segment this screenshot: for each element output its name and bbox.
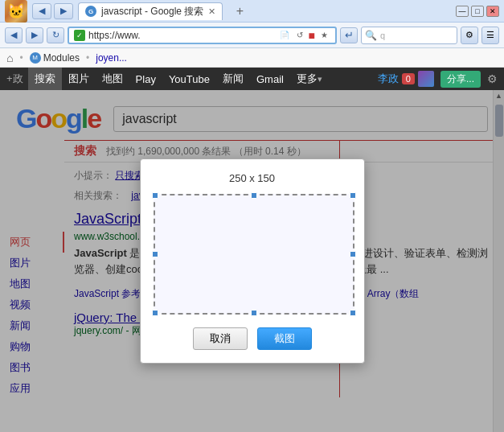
bookmark-modules[interactable]: M Modules: [30, 52, 80, 64]
address-icons: 📄 ↺ ■ ★: [278, 29, 330, 42]
google-toolbar: +政 搜索 图片 地图 Play YouTube 新闻 Gmail 更多 ▾ 李…: [0, 68, 504, 90]
user-area: 李政 0 分享... ⚙: [378, 71, 498, 88]
handle-bottom-left[interactable]: [152, 310, 158, 316]
address-bar: ◀ ▶ ↻ ✓ https://www. 📄 ↺ ■ ★ ↵ 🔍 q ⚙ ☰: [0, 23, 504, 48]
notification-count[interactable]: 0: [402, 73, 415, 84]
search-icon: 🔍: [365, 30, 377, 41]
modal-buttons: 取消 截图: [154, 327, 351, 350]
modal-overlay: 250 x 150 取消 截图: [0, 90, 504, 432]
username-label[interactable]: 李政: [378, 72, 399, 86]
reload-addr-button[interactable]: ↻: [47, 27, 64, 43]
separator2: •: [86, 52, 89, 64]
close-button[interactable]: ✕: [486, 6, 499, 17]
toolbar-images[interactable]: 图片: [62, 68, 96, 90]
star-icon[interactable]: ★: [318, 29, 330, 42]
nav-buttons: ◀ ▶: [32, 3, 73, 19]
handle-bottom-right[interactable]: [350, 310, 356, 316]
page-content: Google javascript 搜索 找到约 1,690,000,000 条…: [0, 90, 504, 432]
home-button[interactable]: ⌂: [6, 51, 13, 64]
settings-icon[interactable]: ⚙: [461, 27, 478, 44]
address-text: https://www.: [88, 30, 275, 41]
active-tab[interactable]: G javascript - Google 搜索 ✕: [78, 2, 223, 20]
new-tab-button[interactable]: +: [231, 2, 248, 20]
separator: •: [19, 52, 23, 64]
address-input[interactable]: ✓ https://www. 📄 ↺ ■ ★: [68, 27, 337, 44]
back-button[interactable]: ◀: [32, 3, 51, 19]
toolbar-maps[interactable]: 地图: [96, 68, 129, 90]
bookmark-joyen[interactable]: joyen...: [96, 52, 127, 64]
share-button[interactable]: 分享...: [440, 71, 481, 88]
toolbar-news[interactable]: 新闻: [216, 68, 250, 90]
tab-favicon: G: [85, 6, 96, 17]
google-add-button[interactable]: +政: [6, 72, 23, 86]
user-thumbnail: [418, 71, 434, 87]
tab-close-button[interactable]: ✕: [208, 6, 215, 17]
ssl-icon: ✓: [74, 30, 85, 41]
forward-button[interactable]: ▶: [54, 3, 73, 19]
cancel-button[interactable]: 取消: [193, 327, 248, 350]
forward-addr-button[interactable]: ▶: [26, 27, 43, 43]
toolbar-search[interactable]: 搜索: [28, 68, 62, 90]
bookmark-label: Modules: [43, 52, 80, 64]
bookmark-favicon: M: [30, 52, 41, 64]
toolbar-gmail[interactable]: Gmail: [250, 68, 290, 90]
toolbar-youtube[interactable]: YouTube: [162, 68, 216, 90]
modal-box: 250 x 150 取消 截图: [140, 158, 365, 364]
handle-top-right[interactable]: [350, 192, 356, 199]
screenshot-button[interactable]: 截图: [257, 327, 312, 350]
toolbar-play[interactable]: Play: [129, 68, 162, 90]
handle-top-left[interactable]: [152, 192, 158, 199]
tab-title: javascript - Google 搜索: [101, 5, 203, 19]
page-icon: 📄: [278, 29, 291, 42]
handle-top-middle[interactable]: [251, 192, 257, 199]
more-arrow: ▾: [318, 74, 322, 84]
maximize-button[interactable]: □: [471, 6, 484, 17]
window-controls: — □ ✕: [456, 6, 499, 17]
menu-icon[interactable]: ☰: [481, 27, 499, 44]
selection-box[interactable]: [154, 194, 354, 315]
handle-middle-right[interactable]: [350, 251, 356, 257]
bookmarks-bar: ⌂ • M Modules • joyen...: [0, 48, 504, 68]
toolbar-more[interactable]: 更多 ▾: [290, 68, 329, 90]
modal-size-label: 250 x 150: [154, 172, 351, 184]
go-button[interactable]: ↵: [340, 27, 358, 43]
stop-icon: ■: [309, 29, 315, 42]
handle-bottom-middle[interactable]: [251, 310, 257, 316]
search-placeholder: q: [380, 31, 385, 40]
refresh-icon[interactable]: ↺: [293, 29, 306, 42]
handle-middle-left[interactable]: [152, 251, 158, 257]
browser-icon: 🐱: [5, 0, 27, 23]
minimize-button[interactable]: —: [456, 6, 469, 17]
back-addr-button[interactable]: ◀: [5, 27, 23, 43]
toolbar-gear-icon[interactable]: ⚙: [487, 72, 498, 85]
browser-search-input[interactable]: 🔍 q: [361, 27, 457, 44]
